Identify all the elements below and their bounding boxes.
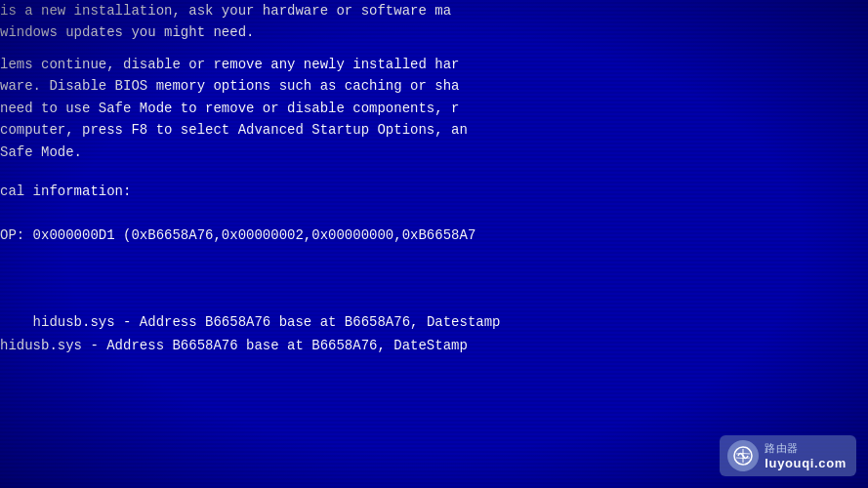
bsod-driver-lines: hidusb.sys - Address B6658A76 base at B6… <box>0 288 501 381</box>
watermark-line1: 路由器 <box>765 441 847 456</box>
bsod-screen: is a new installation, ask your hardware… <box>0 0 868 488</box>
watermark-badge: 路由器 luyouqi.com <box>720 435 856 476</box>
watermark-text: 路由器 luyouqi.com <box>765 441 847 470</box>
bsod-mid-text: lems continue, disable or remove any new… <box>0 54 468 163</box>
bsod-stop-line: OP: 0x000000D1 (0xB6658A76,0x00000002,0x… <box>0 224 475 246</box>
watermark-icon <box>727 440 759 471</box>
bsod-tech-info-label: cal information: <box>0 181 131 202</box>
bsod-top-text: is a new installation, ask your hardware… <box>0 0 451 44</box>
watermark-line2: luyouqi.com <box>765 456 847 470</box>
